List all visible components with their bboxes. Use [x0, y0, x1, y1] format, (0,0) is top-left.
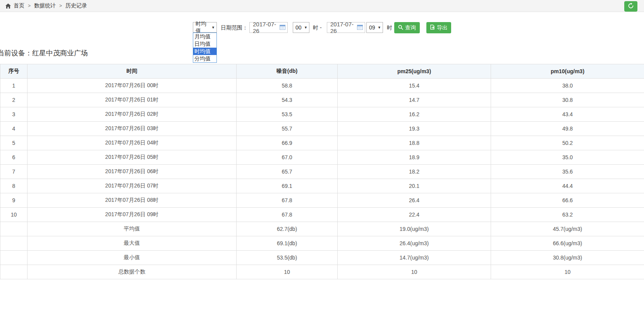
table-cell: 20.1: [338, 179, 491, 193]
table-cell: 43.4: [491, 107, 644, 122]
period-select[interactable]: 时均值 ▼: [193, 22, 217, 33]
table-cell: 44.4: [491, 179, 644, 193]
chevron-down-icon: ▼: [304, 26, 307, 29]
table-cell: 49.8: [491, 122, 644, 136]
table-cell: 2017年07月26日 07时: [27, 179, 237, 193]
table-cell: 2017年07月26日 03时: [27, 122, 237, 136]
table-cell: [0, 265, 27, 279]
table-cell: 2017年07月26日 09时: [27, 208, 237, 222]
table-cell: 22.4: [338, 208, 491, 222]
table-row: 42017年07月26日 03时55.719.349.8: [0, 122, 644, 136]
table-cell: 65.7: [237, 165, 338, 179]
header-pm10: pm10(ug/m3): [491, 64, 644, 79]
table-cell: 2017年07月26日 06时: [27, 165, 237, 179]
end-date-input[interactable]: 2017-07-26: [327, 22, 365, 33]
period-option-month[interactable]: 月均值: [193, 33, 216, 40]
table-cell: 2017年07月26日 00时: [27, 79, 237, 93]
end-date-value: 2017-07-26: [330, 21, 357, 34]
start-hour-value: 00: [295, 24, 302, 31]
hour-dash-label: 时 -: [313, 22, 322, 33]
end-hour-value: 09: [369, 24, 375, 31]
table-cell: 26.4: [338, 193, 491, 208]
page: 首页 > 数据统计 > 历史记录 时均值 ▼ 日期范围： 2017-07-26: [0, 0, 644, 332]
header-index: 序号: [0, 64, 27, 79]
table-cell: [0, 236, 27, 251]
table-cell: 15.4: [338, 79, 491, 93]
summary-row: 最大值69.1(db)26.4(ug/m3)66.6(ug/m3): [0, 236, 644, 251]
history-table: 序号 时间 噪音(db) pm25(ug/m3) pm10(ug/m3) 120…: [0, 64, 644, 279]
table-row: 62017年07月26日 05时67.018.935.0: [0, 150, 644, 165]
header-time: 时间: [27, 64, 237, 79]
table-cell: [0, 222, 27, 236]
header-noise: 噪音(db): [237, 64, 338, 79]
table-cell: 62.7(db): [237, 222, 338, 236]
period-option-day[interactable]: 日均值: [193, 40, 216, 48]
current-device-label: 当前设备：红星中茂商业广场: [0, 48, 88, 58]
table-cell: 6: [0, 150, 27, 165]
table-cell: 2017年07月26日 05时: [27, 150, 237, 165]
table-row: 22017年07月26日 01时54.314.730.8: [0, 93, 644, 107]
table-cell: 63.2: [491, 208, 644, 222]
table-cell: 3: [0, 107, 27, 122]
period-option-minute[interactable]: 分均值: [193, 55, 216, 62]
header-pm25: pm25(ug/m3): [338, 64, 491, 79]
table-cell: 58.8: [237, 79, 338, 93]
table-cell: 67.8: [237, 208, 338, 222]
table-cell: 45.7(ug/m3): [491, 222, 644, 236]
table-header-row: 序号 时间 噪音(db) pm25(ug/m3) pm10(ug/m3): [0, 64, 644, 79]
table-cell: [0, 251, 27, 265]
table-cell: 2017年07月26日 01时: [27, 93, 237, 107]
table-cell: 5: [0, 136, 27, 150]
table-cell: 平均值: [27, 222, 237, 236]
export-button-label: 导出: [437, 24, 448, 31]
start-date-input[interactable]: 2017-07-26: [249, 22, 288, 33]
table-cell: 19.0(ug/m3): [338, 222, 491, 236]
table-cell: 50.2: [491, 136, 644, 150]
breadcrumb-home[interactable]: 首页: [14, 2, 24, 9]
table-cell: 69.1(db): [237, 236, 338, 251]
calendar-icon: [357, 24, 363, 31]
table-cell: 9: [0, 193, 27, 208]
table-cell: 8: [0, 179, 27, 193]
table-cell: 2017年07月26日 02时: [27, 107, 237, 122]
chevron-down-icon: ▼: [211, 26, 215, 29]
table-cell: 67.0: [237, 150, 338, 165]
summary-row: 总数据个数101010: [0, 265, 644, 279]
table-cell: 10: [0, 208, 27, 222]
search-icon: [398, 25, 403, 31]
table-cell: 7: [0, 165, 27, 179]
breadcrumb-history-record[interactable]: 历史记录: [65, 2, 87, 9]
start-date-value: 2017-07-26: [253, 21, 280, 34]
table-cell: 53.5(db): [237, 251, 338, 265]
table-row: 72017年07月26日 06时65.718.235.6: [0, 165, 644, 179]
breadcrumb: 首页 > 数据统计 > 历史记录: [0, 0, 644, 12]
table-cell: 14.7: [338, 93, 491, 107]
table-cell: 66.6(ug/m3): [491, 236, 644, 251]
table-cell: 2017年07月26日 08时: [27, 193, 237, 208]
table-cell: 55.7: [237, 122, 338, 136]
end-hour-select[interactable]: 09 ▼: [366, 22, 383, 33]
export-icon: [430, 24, 435, 31]
query-button-label: 查询: [405, 24, 416, 31]
period-select-dropdown: 月均值 日均值 时均值 分均值: [193, 33, 217, 63]
table-cell: 16.2: [338, 107, 491, 122]
summary-row: 最小值53.5(db)14.7(ug/m3)30.8(ug/m3): [0, 251, 644, 265]
table-cell: 69.1: [237, 179, 338, 193]
table-row: 12017年07月26日 00时58.815.438.0: [0, 79, 644, 93]
table-cell: 4: [0, 122, 27, 136]
breadcrumb-data-statistics[interactable]: 数据统计: [34, 2, 56, 9]
table-cell: 14.7(ug/m3): [338, 251, 491, 265]
start-hour-select[interactable]: 00 ▼: [293, 22, 309, 33]
table-cell: 35.0: [491, 150, 644, 165]
query-button[interactable]: 查询: [394, 22, 420, 33]
table-row: 92017年07月26日 08时67.826.466.6: [0, 193, 644, 208]
export-button[interactable]: 导出: [426, 22, 451, 33]
table-cell: 67.8: [237, 193, 338, 208]
refresh-button[interactable]: [624, 1, 637, 12]
table-cell: 38.0: [491, 79, 644, 93]
period-option-hour[interactable]: 时均值: [193, 48, 216, 55]
table-cell: 2017年07月26日 04时: [27, 136, 237, 150]
table-cell: 10: [491, 265, 644, 279]
table-row: 52017年07月26日 04时66.918.850.2: [0, 136, 644, 150]
home-icon: [5, 3, 11, 9]
